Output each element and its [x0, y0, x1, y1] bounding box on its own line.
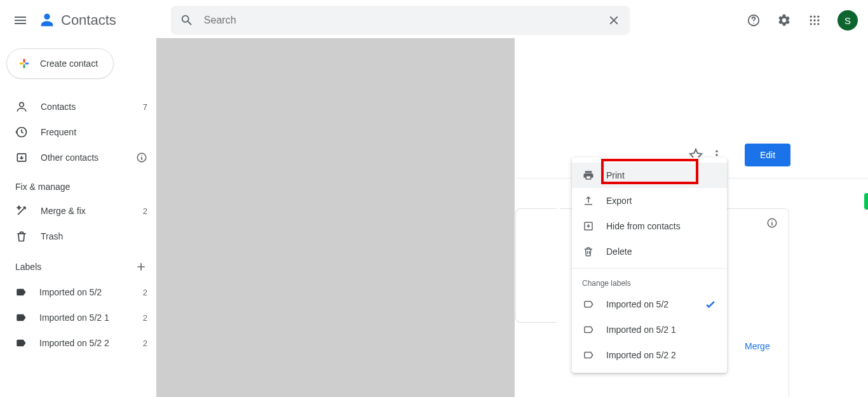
svg-point-9	[810, 23, 812, 25]
menu-item-label: Hide from contacts	[606, 221, 681, 231]
person-icon	[15, 100, 28, 113]
nav-label: Contacts	[41, 102, 76, 112]
gear-icon	[777, 13, 791, 27]
header-right: S	[741, 8, 858, 33]
app-logo: Contacts	[38, 11, 116, 29]
menu-item-print[interactable]: Print	[572, 163, 727, 188]
info-icon[interactable]	[136, 152, 147, 163]
label-outline-icon	[582, 299, 595, 310]
context-menu: Print Export Hide from contacts Delete	[572, 158, 727, 373]
label-count: 2	[143, 313, 147, 323]
svg-point-7	[813, 19, 815, 21]
wand-icon	[15, 205, 28, 217]
create-contact-label: Create contact	[40, 58, 98, 69]
menu-item-export[interactable]: Export	[572, 188, 727, 213]
label-outline-icon	[582, 349, 595, 361]
nav-count: 2	[143, 206, 147, 216]
svg-point-5	[817, 16, 819, 18]
menu-label-text: Imported on 5/2	[606, 299, 668, 309]
search-input[interactable]	[203, 14, 598, 27]
svg-point-16	[715, 154, 717, 156]
svg-point-10	[813, 23, 815, 25]
nav-other-contacts[interactable]: Other contacts	[5, 145, 158, 170]
export-icon	[582, 195, 595, 206]
card-info-button[interactable]	[766, 217, 778, 229]
search-icon	[180, 13, 194, 27]
label-icon	[15, 312, 27, 323]
fix-manage-heading: Fix & manage	[5, 170, 158, 198]
apps-button[interactable]	[802, 8, 827, 33]
nav-trash[interactable]: Trash	[5, 224, 158, 249]
menu-label-item[interactable]: Imported on 5/2 1	[572, 317, 727, 342]
edit-label: Edit	[760, 150, 775, 160]
settings-button[interactable]	[771, 8, 797, 33]
trash-icon	[582, 246, 595, 257]
svg-point-12	[20, 102, 24, 107]
nav-frequent[interactable]: Frequent	[5, 119, 158, 145]
label-item[interactable]: Imported on 5/2 2	[5, 279, 158, 305]
menu-separator	[572, 268, 727, 269]
menu-label-item[interactable]: Imported on 5/2	[572, 292, 727, 317]
info-icon	[766, 217, 778, 229]
svg-point-0	[44, 14, 50, 20]
menu-item-label: Delete	[606, 246, 632, 257]
print-icon	[582, 170, 595, 181]
label-count: 2	[143, 339, 147, 348]
label-item[interactable]: Imported on 5/2 1 2	[5, 305, 158, 330]
menu-item-hide[interactable]: Hide from contacts	[572, 213, 727, 239]
nav-label: Frequent	[41, 127, 76, 137]
avatar-initial: S	[844, 15, 851, 26]
menu-label-item[interactable]: Imported on 5/2 2	[572, 342, 727, 368]
trash-icon	[15, 230, 28, 243]
nav-label: Trash	[41, 231, 63, 241]
menu-label-text: Imported on 5/2 2	[606, 350, 676, 360]
create-contact-button[interactable]: Create contact	[6, 48, 114, 79]
apps-grid-icon	[808, 14, 821, 27]
nav-count: 7	[143, 102, 147, 112]
labels-heading-row: Labels	[5, 249, 158, 279]
nav-label: Merge & fix	[41, 206, 86, 216]
nav-label: Other contacts	[41, 152, 98, 163]
contacts-logo-icon	[38, 11, 56, 29]
merge-link[interactable]: Merge	[745, 341, 770, 351]
menu-item-label: Export	[606, 196, 632, 206]
nav-merge-fix[interactable]: Merge & fix 2	[5, 198, 158, 224]
menu-labels-heading: Change labels	[572, 273, 727, 292]
card-fragment	[515, 208, 557, 323]
archive-icon	[15, 151, 28, 164]
help-icon	[747, 13, 761, 27]
check-icon	[704, 298, 717, 311]
menu-item-delete[interactable]: Delete	[572, 239, 727, 264]
label-outline-icon	[582, 324, 595, 335]
label-text: Imported on 5/2 2	[39, 338, 109, 348]
svg-point-6	[810, 19, 812, 21]
add-label-button[interactable]	[135, 260, 147, 273]
label-text: Imported on 5/2	[39, 287, 102, 297]
close-icon[interactable]	[607, 13, 621, 27]
svg-point-15	[715, 151, 717, 152]
svg-point-3	[810, 16, 812, 18]
nav-contacts[interactable]: Contacts 7	[5, 94, 158, 119]
help-button[interactable]	[741, 8, 766, 33]
labels-heading: Labels	[15, 262, 41, 272]
main-menu-button[interactable]	[5, 5, 36, 36]
sidebar: Create contact Contacts 7 Frequent Other…	[0, 41, 163, 397]
svg-point-2	[753, 23, 754, 24]
app-title: Contacts	[61, 12, 116, 29]
content-area: Edit Merge Print Export	[163, 41, 868, 397]
label-text: Imported on 5/2 1	[39, 313, 109, 323]
svg-point-8	[817, 19, 819, 21]
label-icon	[15, 286, 27, 298]
plus-icon	[135, 260, 147, 273]
header: Contacts S	[0, 0, 868, 41]
side-indicator	[864, 193, 868, 210]
archive-icon	[582, 220, 595, 232]
account-avatar[interactable]: S	[837, 10, 858, 30]
label-item[interactable]: Imported on 5/2 2 2	[5, 330, 158, 356]
hamburger-icon	[13, 13, 28, 28]
label-count: 2	[143, 288, 147, 297]
plus-icon	[16, 55, 32, 72]
menu-item-label: Print	[606, 170, 625, 180]
edit-button[interactable]: Edit	[745, 144, 790, 166]
search-bar[interactable]	[171, 6, 630, 35]
